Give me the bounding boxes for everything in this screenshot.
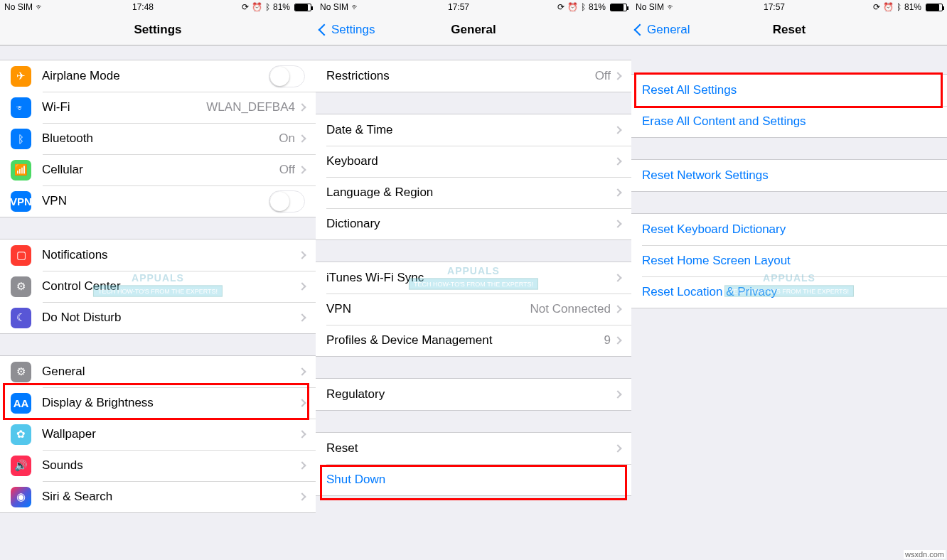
row-control-center[interactable]: ⚙ Control Center xyxy=(0,271,316,302)
status-bar: No SIMᯤ 17:57 ⟳⏰ᛒ81% xyxy=(316,0,631,14)
chevron-right-icon xyxy=(614,220,621,227)
bluetooth-icon: ᛒ xyxy=(897,2,901,12)
battery-icon xyxy=(926,4,943,11)
sim-label: No SIM xyxy=(636,2,664,12)
profiles-value: 9 xyxy=(604,333,611,348)
row-profiles[interactable]: Profiles & Device Management 9 xyxy=(316,325,631,356)
chevron-right-icon xyxy=(614,157,621,165)
wifi-icon: ᯤ xyxy=(667,2,675,12)
nav-bar: Settings General xyxy=(316,14,631,45)
wifi-icon: ᯤ xyxy=(36,2,44,12)
lock-icon: ⟳ xyxy=(242,2,249,12)
dnd-label: Do Not Disturb xyxy=(42,311,299,325)
chevron-right-icon xyxy=(614,305,621,313)
wifi-value: WLAN_DEFBA4 xyxy=(206,100,295,114)
screen-general: No SIMᯤ 17:57 ⟳⏰ᛒ81% Settings General Re… xyxy=(316,0,631,560)
battery-icon xyxy=(294,4,311,11)
row-display[interactable]: AA Display & Brightness xyxy=(0,387,316,419)
cellular-value: Off xyxy=(279,163,295,177)
cellular-icon: 📶 xyxy=(11,160,31,181)
row-regulatory[interactable]: Regulatory xyxy=(316,379,631,410)
row-keyboard[interactable]: Keyboard xyxy=(316,146,631,177)
display-label: Display & Brightness xyxy=(42,396,299,410)
row-reset-network[interactable]: Reset Network Settings xyxy=(631,160,947,191)
nav-bar: General Reset xyxy=(631,14,947,45)
screen-reset: No SIMᯤ 17:57 ⟳⏰ᛒ81% General Reset Reset… xyxy=(631,0,947,560)
row-wifi[interactable]: ᯤ Wi-Fi WLAN_DEFBA4 xyxy=(0,92,316,123)
chevron-left-icon xyxy=(319,23,331,36)
row-reset-all[interactable]: Reset All Settings xyxy=(631,75,947,106)
vpn-toggle[interactable] xyxy=(269,190,305,212)
row-reset-home[interactable]: Reset Home Screen Layout xyxy=(631,245,947,276)
chevron-right-icon xyxy=(298,430,306,438)
siri-label: Siri & Search xyxy=(42,490,299,504)
vpn-icon: VPN xyxy=(11,191,31,212)
row-shut-down[interactable]: Shut Down xyxy=(316,464,631,495)
clock: 17:57 xyxy=(764,2,785,12)
chevron-right-icon xyxy=(614,336,621,344)
bluetooth-value: On xyxy=(279,131,295,146)
chevron-right-icon xyxy=(298,313,306,321)
chevron-right-icon xyxy=(298,399,306,406)
airplane-label: Airplane Mode xyxy=(42,69,269,83)
row-general[interactable]: ⚙ General xyxy=(0,356,316,387)
row-dnd[interactable]: ☾ Do Not Disturb xyxy=(0,302,316,333)
row-reset-location[interactable]: Reset Location & Privacy xyxy=(631,276,947,308)
chevron-right-icon xyxy=(298,251,306,259)
chevron-right-icon xyxy=(614,126,621,134)
sounds-icon: 🔊 xyxy=(11,456,31,476)
chevron-left-icon xyxy=(634,23,646,36)
wifi-icon: ᯤ xyxy=(351,2,360,12)
bluetooth-icon: ᛒ xyxy=(11,129,31,149)
chevron-right-icon xyxy=(614,444,621,452)
clock: 17:48 xyxy=(132,2,154,12)
row-itunes-sync[interactable]: iTunes Wi-Fi Sync xyxy=(316,262,631,294)
chevron-right-icon xyxy=(298,492,306,500)
control-center-label: Control Center xyxy=(42,279,299,294)
back-button[interactable]: Settings xyxy=(320,23,375,37)
row-vpn[interactable]: VPN VPN xyxy=(0,185,316,217)
row-dictionary[interactable]: Dictionary xyxy=(316,208,631,239)
row-airplane[interactable]: ✈ Airplane Mode xyxy=(0,60,316,92)
battery-icon xyxy=(610,4,627,11)
airplane-icon: ✈ xyxy=(11,66,31,87)
image-credit: wsxdn.com xyxy=(904,550,946,559)
row-notifications[interactable]: ▢ Notifications xyxy=(0,239,316,271)
control-center-icon: ⚙ xyxy=(11,276,31,297)
alarm-icon: ⏰ xyxy=(567,2,578,12)
status-bar: No SIMᯤ 17:57 ⟳⏰ᛒ81% xyxy=(631,0,947,14)
row-sounds[interactable]: 🔊 Sounds xyxy=(0,450,316,481)
page-title: Settings xyxy=(134,23,181,37)
vpn-value: Not Connected xyxy=(530,302,611,316)
row-bluetooth[interactable]: ᛒ Bluetooth On xyxy=(0,123,316,154)
battery-pct: 81% xyxy=(273,2,290,12)
lock-icon: ⟳ xyxy=(873,2,880,12)
wallpaper-label: Wallpaper xyxy=(42,427,299,441)
row-wallpaper[interactable]: ✿ Wallpaper xyxy=(0,419,316,450)
row-language-region[interactable]: Language & Region xyxy=(316,177,631,208)
airplane-toggle[interactable] xyxy=(269,65,305,87)
alarm-icon: ⏰ xyxy=(252,2,262,12)
row-reset-keyboard[interactable]: Reset Keyboard Dictionary xyxy=(631,214,947,245)
display-icon: AA xyxy=(11,393,31,414)
chevron-right-icon xyxy=(298,103,306,111)
row-erase-all[interactable]: Erase All Content and Settings xyxy=(631,106,947,137)
chevron-right-icon xyxy=(614,274,621,281)
screen-settings: No SIMᯤ 17:48 ⟳⏰ᛒ81% Settings ✈ Airplane… xyxy=(0,0,316,560)
chevron-right-icon xyxy=(614,72,621,80)
notifications-icon: ▢ xyxy=(11,245,31,266)
row-vpn[interactable]: VPN Not Connected xyxy=(316,294,631,325)
chevron-right-icon xyxy=(298,461,306,469)
sim-label: No SIM xyxy=(320,2,348,12)
row-date-time[interactable]: Date & Time xyxy=(316,114,631,146)
row-siri[interactable]: ◉ Siri & Search xyxy=(0,481,316,512)
back-button[interactable]: General xyxy=(636,23,690,37)
notifications-label: Notifications xyxy=(42,248,299,262)
bluetooth-icon: ᛒ xyxy=(581,2,586,12)
lock-icon: ⟳ xyxy=(557,2,565,12)
row-reset[interactable]: Reset xyxy=(316,433,631,464)
row-cellular[interactable]: 📶 Cellular Off xyxy=(0,154,316,185)
cellular-label: Cellular xyxy=(42,163,279,177)
row-restrictions[interactable]: Restrictions Off xyxy=(316,60,631,92)
dnd-icon: ☾ xyxy=(11,308,31,328)
